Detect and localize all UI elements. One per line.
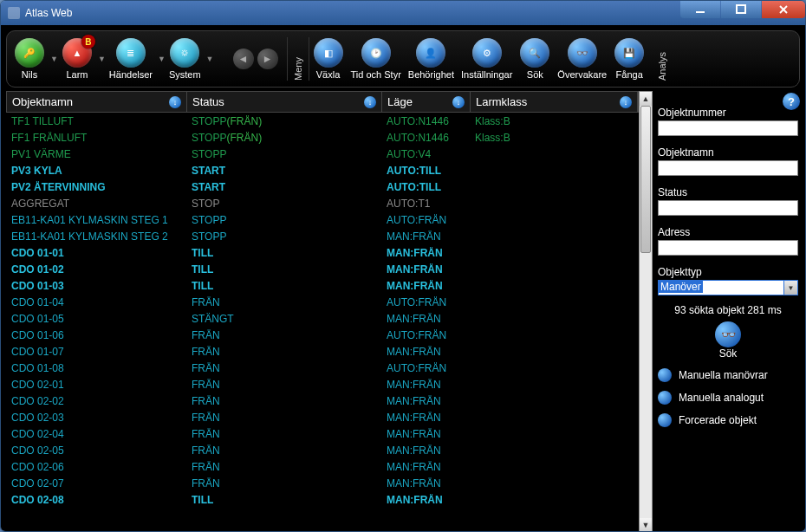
analys-tab[interactable]: Analys <box>652 37 673 81</box>
radio-icon <box>658 391 672 405</box>
table-row[interactable]: PV2 ÅTERVINNINGSTARTAUTO:TILL <box>6 178 639 195</box>
table-row[interactable]: CDO 01-06FRÅNAUTO:FRÅN <box>6 327 639 343</box>
table-row[interactable]: CDO 01-01TILLMAN:FRÅN <box>6 244 639 261</box>
larm-dropdown[interactable]: ▼ <box>98 55 106 63</box>
table-row[interactable]: CDO 01-05STÄNGTMAN:FRÅN <box>6 310 639 327</box>
table-row[interactable]: CDO 01-07FRÅNMAN:FRÅN <box>6 343 639 360</box>
behorighet-label: Behörighet <box>408 69 454 80</box>
scroll-thumb[interactable] <box>640 106 651 253</box>
cell-objektnamn: CDO 01-07 <box>6 346 186 358</box>
vaxla-button[interactable]: ◧ Växla <box>309 38 348 80</box>
sok-label: Sök <box>527 69 543 80</box>
label-adress: Adress <box>658 226 798 238</box>
input-status[interactable] <box>658 200 798 216</box>
grid-header: Objektnamn ↓ Status ↓ Läge ↓ Larmklass ↓ <box>6 91 639 113</box>
table-row[interactable]: CDO 02-07FRÅNMAN:FRÅN <box>6 475 639 491</box>
table-row[interactable]: CDO 02-02FRÅNMAN:FRÅN <box>6 393 639 409</box>
cell-objektnamn: CDO 02-01 <box>6 379 186 391</box>
cell-objektnamn: CDO 02-05 <box>6 444 186 457</box>
minimize-button[interactable] <box>680 1 720 18</box>
behorighet-button[interactable]: 👤 Behörighet <box>405 38 458 80</box>
capture-icon: 💾 <box>614 38 644 68</box>
table-row[interactable]: CDO 02-05FRÅNMAN:FRÅN <box>6 442 639 458</box>
meny-tab[interactable]: Meny <box>287 37 309 81</box>
overvakare-button[interactable]: 👓 Övervakare <box>554 38 610 80</box>
check-forcerade-objekt[interactable]: Forcerade objekt <box>658 413 798 427</box>
installningar-button[interactable]: ⚙ Inställningar <box>458 38 516 80</box>
cell-lage: AUTO:N1446 <box>381 115 470 127</box>
sort-icon[interactable]: ↓ <box>169 96 181 108</box>
cell-objektnamn: CDO 02-03 <box>6 412 186 424</box>
nav-back[interactable]: ◄ <box>233 49 254 69</box>
grid-body[interactable]: TF1 TILLUFTSTOPP(FRÅN)AUTO:N1446Klass:BF… <box>6 113 639 532</box>
cell-status: FRÅN <box>186 461 381 473</box>
clock-icon: 🕑 <box>361 38 391 68</box>
scroll-up[interactable]: ▲ <box>640 92 652 106</box>
table-row[interactable]: CDO 02-06FRÅNMAN:FRÅN <box>6 458 639 475</box>
combo-objekttyp[interactable]: Manöver ▼ <box>658 280 798 295</box>
help-button[interactable]: ? <box>783 93 800 110</box>
titlebar[interactable]: Atlas Web <box>1 1 805 25</box>
header-larmklass[interactable]: Larmklass ↓ <box>471 92 638 112</box>
check-manuella-manovrar[interactable]: Manuella manövrar <box>658 368 798 382</box>
close-button[interactable] <box>762 1 805 18</box>
input-objektnummer[interactable] <box>658 120 798 136</box>
table-row[interactable]: PV3 KYLASTARTAUTO:TILL <box>6 162 639 178</box>
nils-label: Nils <box>22 69 37 80</box>
table-row[interactable]: CDO 01-08FRÅNAUTO:FRÅN <box>6 360 639 376</box>
cell-lage: AUTO:TILL <box>381 181 470 193</box>
search-icon: 🔍 <box>520 38 549 68</box>
cell-lage: AUTO:TILL <box>381 165 470 177</box>
table-row[interactable]: AGGREGATSTOPAUTO:T1 <box>6 195 639 211</box>
table-row[interactable]: CDO 01-03TILLMAN:FRÅN <box>6 277 639 294</box>
table-row[interactable]: CDO 02-03FRÅNMAN:FRÅN <box>6 409 639 425</box>
table-row[interactable]: CDO 02-01FRÅNMAN:FRÅN <box>6 376 639 393</box>
maximize-button[interactable] <box>721 1 761 18</box>
table-row[interactable]: CDO 01-02TILLMAN:FRÅN <box>6 261 639 277</box>
scroll-down[interactable]: ▼ <box>640 518 652 532</box>
cell-lage: MAN:FRÅN <box>381 263 470 276</box>
larm-button[interactable]: ▲B Larm <box>58 38 96 80</box>
header-lage[interactable]: Läge ↓ <box>382 92 471 112</box>
table-row[interactable]: EB11-KA01 KYLMASKIN STEG 2STOPPMAN:FRÅN <box>6 228 639 244</box>
input-objektnamn[interactable] <box>658 160 798 176</box>
cell-objektnamn: AGGREGAT <box>6 198 186 210</box>
result-text: 93 sökta objekt 281 ms <box>658 304 798 316</box>
nav-forward[interactable]: ► <box>257 49 278 69</box>
side-sok-button[interactable]: 👓 Sök <box>658 321 798 360</box>
check-manuella-analogut[interactable]: Manuella analogut <box>658 391 798 405</box>
table-row[interactable]: CDO 02-08TILLMAN:FRÅN <box>6 491 639 508</box>
cell-lage: MAN:FRÅN <box>381 461 470 473</box>
table-row[interactable]: FF1 FRÅNLUFTSTOPP(FRÅN)AUTO:N1446Klass:B <box>6 129 639 146</box>
handelser-label: Händelser <box>109 69 153 80</box>
tidstyr-button[interactable]: 🕑 Tid och Styr <box>348 38 405 80</box>
chevron-down-icon[interactable]: ▼ <box>784 280 798 295</box>
cell-status: STOPP <box>186 230 381 243</box>
label-objektnamn: Objektnamn <box>658 146 798 159</box>
vertical-scrollbar[interactable]: ▲ ▼ <box>639 91 653 532</box>
check-label: Manuella analogut <box>679 392 764 404</box>
sort-icon[interactable]: ↓ <box>364 96 376 108</box>
handelser-dropdown[interactable]: ▼ <box>158 55 166 63</box>
header-objektnamn[interactable]: Objektnamn ↓ <box>7 92 187 112</box>
nils-dropdown[interactable]: ▼ <box>50 55 58 63</box>
cell-objektnamn: CDO 02-07 <box>6 477 186 490</box>
handelser-button[interactable]: ≣ Händelser <box>106 38 156 80</box>
table-row[interactable]: PV1 VÄRMESTOPPAUTO:V4 <box>6 146 639 162</box>
fanga-button[interactable]: 💾 Fånga <box>610 38 648 80</box>
table-row[interactable]: TF1 TILLUFTSTOPP(FRÅN)AUTO:N1446Klass:B <box>6 113 639 129</box>
cell-objektnamn: CDO 01-03 <box>6 280 186 292</box>
cell-objektnamn: CDO 01-02 <box>6 263 186 276</box>
system-button[interactable]: ⛭ System <box>166 38 205 80</box>
sort-icon[interactable]: ↓ <box>620 96 632 108</box>
nils-button[interactable]: 🔑 Nils <box>10 38 49 80</box>
system-dropdown[interactable]: ▼ <box>206 55 214 63</box>
input-adress[interactable] <box>658 240 798 256</box>
sort-icon[interactable]: ↓ <box>452 96 465 108</box>
cell-lage: MAN:FRÅN <box>381 280 470 292</box>
table-row[interactable]: EB11-KA01 KYLMASKIN STEG 1STOPPAUTO:FRÅN <box>6 211 639 228</box>
table-row[interactable]: CDO 02-04FRÅNMAN:FRÅN <box>6 425 639 442</box>
sok-button[interactable]: 🔍 Sök <box>516 38 554 80</box>
table-row[interactable]: CDO 01-04FRÅNAUTO:FRÅN <box>6 294 639 310</box>
header-status[interactable]: Status ↓ <box>187 92 382 112</box>
